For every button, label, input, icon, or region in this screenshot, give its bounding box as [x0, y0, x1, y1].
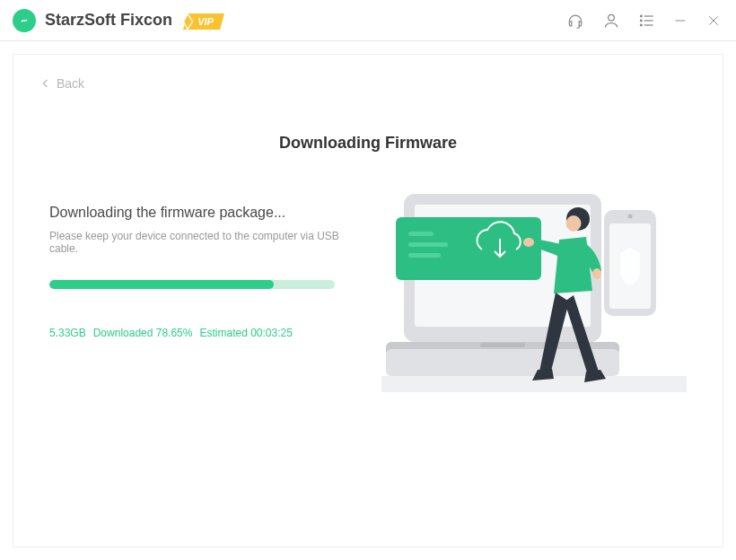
user-icon[interactable]: [601, 11, 621, 31]
progress-stats: 5.33GB Downloaded 78.65% Estimated 00:03…: [49, 327, 364, 339]
svg-rect-23: [408, 242, 448, 247]
svg-point-20: [628, 214, 633, 219]
svg-rect-22: [408, 232, 434, 236]
svg-point-5: [641, 20, 643, 22]
svg-rect-21: [396, 217, 541, 280]
progress-downloaded: Downloaded 78.65%: [93, 327, 193, 339]
title-bar: StarzSoft Fixcon VIP: [0, 0, 736, 41]
svg-point-7: [641, 24, 643, 26]
svg-point-3: [641, 15, 643, 17]
title-right: [565, 11, 723, 31]
back-button[interactable]: Back: [39, 76, 84, 91]
svg-point-27: [566, 215, 582, 232]
progress-fill: [49, 280, 274, 289]
download-illustration: [381, 183, 687, 434]
page-title: Downloading Firmware: [13, 134, 723, 153]
content-wrapper: Back Downloading Firmware Downloading th…: [0, 41, 736, 560]
svg-rect-17: [480, 343, 525, 347]
status-title: Downloading the firmware package...: [49, 205, 364, 221]
main-area: Downloading the firmware package... Plea…: [13, 201, 723, 434]
download-status-panel: Downloading the firmware package... Plea…: [49, 201, 364, 434]
title-left: StarzSoft Fixcon VIP: [13, 9, 224, 32]
illustration-panel: [381, 201, 687, 434]
progress-bar: [49, 280, 335, 289]
svg-point-2: [609, 14, 615, 21]
minimize-icon[interactable]: [673, 13, 688, 28]
status-hint: Please keep your device connected to the…: [49, 230, 364, 255]
app-logo-icon: [13, 9, 36, 32]
progress-size: 5.33GB: [49, 327, 86, 339]
app-title: StarzSoft Fixcon: [45, 11, 172, 30]
list-icon[interactable]: [637, 11, 657, 31]
chevron-left-icon: [39, 76, 53, 91]
svg-rect-24: [408, 253, 441, 258]
headset-icon[interactable]: [565, 11, 585, 31]
svg-point-29: [592, 268, 601, 279]
vip-badge: VIP: [181, 12, 224, 31]
svg-point-28: [523, 238, 534, 247]
svg-text:VIP: VIP: [197, 16, 214, 27]
close-icon[interactable]: [704, 11, 723, 31]
progress-estimated: Estimated 00:03:25: [199, 327, 292, 339]
content-card: Back Downloading Firmware Downloading th…: [13, 54, 723, 547]
back-label: Back: [57, 76, 84, 91]
